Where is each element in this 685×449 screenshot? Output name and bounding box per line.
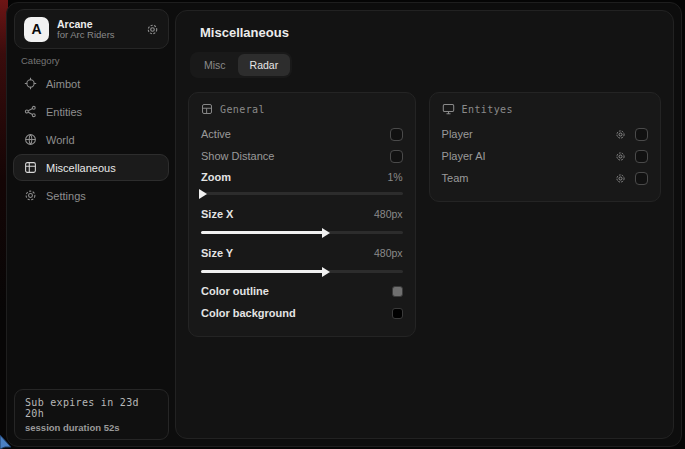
page-title: Miscellaneous bbox=[200, 25, 661, 40]
brand-subtitle: for Arc Riders bbox=[57, 30, 138, 41]
slider-thumb[interactable] bbox=[199, 189, 207, 199]
setting-label: Zoom bbox=[201, 171, 231, 183]
player-checkbox[interactable] bbox=[635, 128, 648, 141]
sidebar-item-label: World bbox=[46, 134, 75, 146]
color-outline-swatch[interactable] bbox=[392, 286, 403, 297]
entity-row-player-ai: Player AI bbox=[442, 145, 648, 167]
entities-card-title: Entityes bbox=[462, 104, 513, 115]
setting-row-show-distance: Show Distance bbox=[201, 145, 403, 167]
sidebar-item-aimbot[interactable]: Aimbot bbox=[13, 70, 169, 97]
entity-row-team: Team bbox=[442, 167, 648, 189]
gear-icon[interactable] bbox=[615, 173, 626, 184]
setting-row-size-y: Size Y 480px bbox=[201, 241, 403, 276]
player-ai-checkbox[interactable] bbox=[635, 150, 648, 163]
setting-row-size-x: Size X 480px bbox=[201, 202, 403, 237]
setting-row-color-background: Color background bbox=[201, 302, 403, 324]
category-label: Category bbox=[21, 55, 175, 66]
cards-row: General Active Show Distance Zoom 1% bbox=[188, 92, 661, 337]
monitor-icon bbox=[442, 103, 455, 115]
sidebar-item-miscellaneous[interactable]: Miscellaneous bbox=[13, 154, 169, 181]
color-background-swatch[interactable] bbox=[392, 308, 403, 319]
size-x-slider[interactable] bbox=[201, 227, 403, 237]
setting-row-active: Active bbox=[201, 123, 403, 145]
general-card: General Active Show Distance Zoom 1% bbox=[188, 92, 416, 337]
entities-card: Entityes Player Player AI bbox=[429, 92, 661, 202]
network-icon bbox=[23, 105, 37, 118]
entity-label: Player bbox=[442, 128, 473, 140]
globe-icon bbox=[23, 133, 37, 146]
gear-icon[interactable] bbox=[615, 151, 626, 162]
slider-value: 480px bbox=[374, 208, 403, 220]
zoom-slider[interactable] bbox=[201, 188, 403, 198]
size-y-slider[interactable] bbox=[201, 266, 403, 276]
setting-row-color-outline: Color outline bbox=[201, 280, 403, 302]
entity-label: Team bbox=[442, 172, 469, 184]
general-card-header: General bbox=[201, 103, 403, 115]
session-duration-text: session duration 52s bbox=[25, 422, 158, 433]
sliders-icon bbox=[201, 103, 213, 115]
setting-label: Size Y bbox=[201, 247, 233, 259]
sidebar-item-world[interactable]: World bbox=[13, 126, 169, 153]
team-checkbox[interactable] bbox=[635, 172, 648, 185]
cursor-pointer bbox=[0, 433, 14, 449]
sidebar-item-label: Settings bbox=[46, 190, 86, 202]
slider-thumb[interactable] bbox=[322, 267, 330, 277]
setting-label: Active bbox=[201, 128, 231, 140]
setting-label: Show Distance bbox=[201, 150, 274, 162]
grid-icon bbox=[23, 161, 37, 174]
sidebar-item-label: Miscellaneous bbox=[46, 162, 116, 174]
slider-value: 480px bbox=[374, 247, 403, 259]
sidebar-item-label: Aimbot bbox=[46, 78, 80, 90]
sub-expiry-text: Sub expires in 23d 20h bbox=[25, 397, 158, 419]
show-distance-checkbox[interactable] bbox=[390, 150, 403, 163]
setting-label: Color background bbox=[201, 307, 296, 319]
brand-logo: A bbox=[24, 17, 49, 42]
app-window: A Arcane for Arc Riders Category Aimbot bbox=[6, 2, 682, 447]
main-panel: Miscellaneous Misc Radar General Active bbox=[175, 10, 674, 439]
subscription-card: Sub expires in 23d 20h session duration … bbox=[14, 389, 169, 440]
tab-radar[interactable]: Radar bbox=[238, 54, 291, 76]
entities-card-header: Entityes bbox=[442, 103, 648, 115]
tab-misc[interactable]: Misc bbox=[192, 54, 238, 76]
gear-icon[interactable] bbox=[615, 129, 626, 140]
sidebar-item-settings[interactable]: Settings bbox=[13, 182, 169, 209]
gear-icon bbox=[23, 189, 37, 202]
gear-icon[interactable] bbox=[146, 23, 159, 36]
entity-row-player: Player bbox=[442, 123, 648, 145]
sidebar-item-label: Entities bbox=[46, 106, 82, 118]
sidebar-item-entities[interactable]: Entities bbox=[13, 98, 169, 125]
setting-row-zoom: Zoom 1% bbox=[201, 167, 403, 198]
brand-card: A Arcane for Arc Riders bbox=[14, 9, 169, 49]
tab-bar: Misc Radar bbox=[190, 52, 292, 78]
setting-label: Size X bbox=[201, 208, 233, 220]
sidebar-nav: Aimbot Entities World bbox=[7, 70, 175, 209]
entity-label: Player AI bbox=[442, 150, 486, 162]
slider-value: 1% bbox=[387, 171, 402, 183]
setting-label: Color outline bbox=[201, 285, 269, 297]
slider-thumb[interactable] bbox=[322, 228, 330, 238]
brand-text: Arcane for Arc Riders bbox=[57, 18, 138, 41]
active-checkbox[interactable] bbox=[390, 128, 403, 141]
brand-title: Arcane bbox=[57, 18, 138, 30]
general-card-title: General bbox=[220, 104, 265, 115]
sidebar: A Arcane for Arc Riders Category Aimbot bbox=[7, 3, 175, 446]
crosshair-icon bbox=[23, 77, 37, 90]
